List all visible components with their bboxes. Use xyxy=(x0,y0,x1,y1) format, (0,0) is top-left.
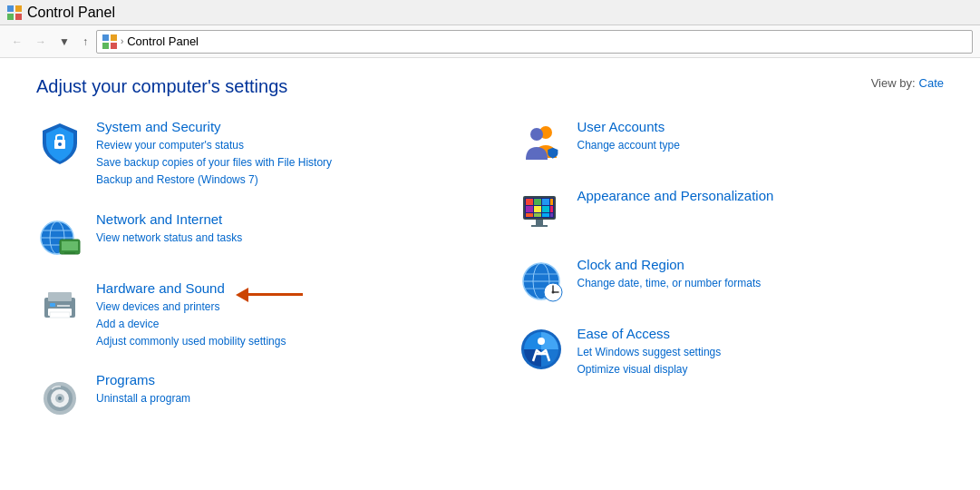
svg-rect-43 xyxy=(534,213,541,217)
svg-point-57 xyxy=(551,291,554,294)
programs-text: Programs Uninstall a program xyxy=(96,372,463,407)
svg-rect-45 xyxy=(550,213,553,217)
system-security-icon xyxy=(36,119,83,166)
page-header: Adjust your computer's settings View by:… xyxy=(36,76,944,97)
address-path: › Control Panel xyxy=(96,30,973,54)
system-security-link-3[interactable]: Backup and Restore (Windows 7) xyxy=(96,172,463,189)
title-bar: Control Panel xyxy=(0,0,980,25)
category-item-programs: Programs Uninstall a program xyxy=(36,372,463,419)
appearance-icon xyxy=(518,188,565,235)
view-by-label: View by: xyxy=(871,76,916,90)
user-accounts-text: User Accounts Change account type xyxy=(577,119,945,154)
programs-link-1[interactable]: Uninstall a program xyxy=(96,390,463,407)
arrow-head xyxy=(236,288,248,302)
appearance-text: Appearance and Personalization xyxy=(577,188,945,206)
svg-rect-20 xyxy=(48,292,72,301)
user-accounts-icon xyxy=(518,119,565,166)
ease-access-icon xyxy=(518,326,565,373)
hardware-sound-icon xyxy=(36,280,83,328)
category-item-user-accounts: User Accounts Change account type xyxy=(518,119,945,166)
svg-rect-24 xyxy=(50,312,70,318)
category-item-hardware-sound: Hardware and Sound View devices and prin… xyxy=(36,280,463,351)
address-bar: ← → ▼ ↑ › Control Panel xyxy=(0,25,980,58)
left-column: System and Security Review your computer… xyxy=(36,119,463,441)
programs-title[interactable]: Programs xyxy=(96,372,463,387)
ease-access-title[interactable]: Ease of Access xyxy=(577,326,945,341)
main-content: Adjust your computer's settings View by:… xyxy=(0,58,980,490)
recent-locations-button[interactable]: ▼ xyxy=(54,33,74,51)
arrow-shaft xyxy=(248,293,303,296)
svg-rect-2 xyxy=(7,14,14,20)
view-by-selector: View by: Cate xyxy=(871,76,944,90)
svg-rect-46 xyxy=(536,220,543,225)
path-chevron: › xyxy=(121,36,123,46)
arrow-annotation xyxy=(236,288,303,302)
system-security-title[interactable]: System and Security xyxy=(96,119,463,134)
category-item-system-security: System and Security Review your computer… xyxy=(36,119,463,190)
svg-rect-4 xyxy=(102,34,109,41)
view-by-value[interactable]: Cate xyxy=(919,76,944,90)
categories-grid: System and Security Review your computer… xyxy=(36,119,944,441)
network-internet-icon xyxy=(36,211,83,259)
control-panel-title-icon xyxy=(7,5,22,20)
svg-rect-18 xyxy=(64,252,75,254)
back-button[interactable]: ← xyxy=(7,33,27,51)
clock-region-title[interactable]: Clock and Region xyxy=(577,257,945,272)
svg-rect-47 xyxy=(531,225,548,227)
system-security-link-2[interactable]: Save backup copies of your files with Fi… xyxy=(96,154,463,172)
user-accounts-title[interactable]: User Accounts xyxy=(577,119,945,134)
svg-point-9 xyxy=(58,142,62,146)
system-security-link-1[interactable]: Review your computer's status xyxy=(96,137,463,154)
hardware-sound-link-2[interactable]: Add a device xyxy=(96,316,463,333)
svg-rect-22 xyxy=(50,303,55,307)
network-internet-text: Network and Internet View network status… xyxy=(96,211,463,247)
svg-rect-0 xyxy=(7,5,14,12)
svg-rect-23 xyxy=(57,305,70,307)
network-internet-link-1[interactable]: View network status and tasks xyxy=(96,230,463,247)
right-column: User Accounts Change account type xyxy=(518,119,945,441)
svg-rect-36 xyxy=(542,199,549,205)
category-item-ease-access: Ease of Access Let Windows suggest setti… xyxy=(518,326,945,378)
svg-rect-6 xyxy=(102,43,109,49)
svg-rect-17 xyxy=(62,241,78,250)
category-item-clock-region: Clock and Region Change date, time, or n… xyxy=(518,257,945,304)
ease-access-text: Ease of Access Let Windows suggest setti… xyxy=(577,326,945,378)
ease-access-link-2[interactable]: Optimize visual display xyxy=(577,361,945,378)
svg-rect-42 xyxy=(526,213,533,217)
svg-rect-40 xyxy=(542,206,549,212)
category-item-network-internet: Network and Internet View network status… xyxy=(36,211,463,259)
forward-button[interactable]: → xyxy=(31,33,51,51)
clock-region-link-1[interactable]: Change date, time, or number formats xyxy=(577,275,945,292)
title-bar-text: Control Panel xyxy=(27,5,115,21)
user-accounts-link-1[interactable]: Change account type xyxy=(577,137,945,154)
appearance-title[interactable]: Appearance and Personalization xyxy=(577,188,945,203)
up-button[interactable]: ↑ xyxy=(78,33,92,51)
svg-rect-3 xyxy=(15,14,22,20)
category-item-appearance: Appearance and Personalization xyxy=(518,188,945,235)
svg-point-31 xyxy=(530,128,543,141)
svg-rect-38 xyxy=(526,206,533,212)
clock-region-icon xyxy=(518,257,565,304)
svg-rect-41 xyxy=(550,206,553,212)
svg-rect-7 xyxy=(111,43,117,49)
svg-point-59 xyxy=(538,338,545,345)
page-title: Adjust your computer's settings xyxy=(36,76,287,97)
svg-rect-39 xyxy=(534,206,541,212)
svg-rect-34 xyxy=(526,199,533,205)
path-icon xyxy=(102,34,117,49)
path-label: Control Panel xyxy=(127,34,199,48)
svg-rect-44 xyxy=(542,213,549,217)
clock-region-text: Clock and Region Change date, time, or n… xyxy=(577,257,945,292)
svg-rect-37 xyxy=(550,199,553,205)
programs-icon xyxy=(36,372,83,419)
hardware-sound-link-3[interactable]: Adjust commonly used mobility settings xyxy=(96,333,463,350)
ease-access-link-1[interactable]: Let Windows suggest settings xyxy=(577,344,945,361)
svg-rect-35 xyxy=(534,199,541,205)
system-security-text: System and Security Review your computer… xyxy=(96,119,463,190)
svg-rect-5 xyxy=(111,34,117,41)
svg-point-29 xyxy=(58,397,62,400)
svg-rect-1 xyxy=(15,5,22,12)
network-internet-title[interactable]: Network and Internet xyxy=(96,211,463,227)
